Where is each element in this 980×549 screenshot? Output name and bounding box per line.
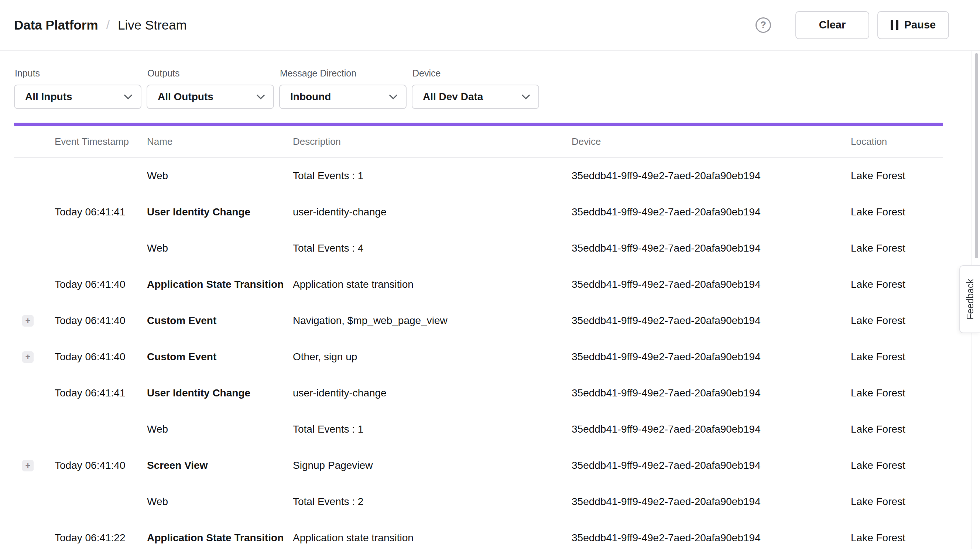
event-location: Lake Forest bbox=[851, 423, 943, 435]
filter-inputs: Inputs All Inputs bbox=[14, 68, 142, 109]
event-device: 35eddb41-9ff9-49e2-7aed-20afa90eb194 bbox=[572, 351, 851, 363]
event-timestamp: Today 06:41:41 bbox=[55, 387, 147, 399]
event-description: Total Events : 1 bbox=[293, 170, 572, 182]
event-name: Custom Event bbox=[147, 351, 293, 363]
event-device: 35eddb41-9ff9-49e2-7aed-20afa90eb194 bbox=[572, 315, 851, 327]
event-location: Lake Forest bbox=[851, 387, 943, 399]
column-location: Location bbox=[851, 136, 943, 147]
feedback-tab[interactable]: Feedback bbox=[959, 265, 980, 333]
column-event-timestamp: Event Timestamp bbox=[55, 136, 147, 147]
message-direction-select[interactable]: Inbound bbox=[279, 85, 407, 109]
app-header: Data Platform / Live Stream ? Clear Paus… bbox=[0, 0, 980, 51]
table-body: Web Total Events : 1 35eddb41-9ff9-49e2-… bbox=[14, 158, 943, 549]
table-row[interactable]: Web Total Events : 4 35eddb41-9ff9-49e2-… bbox=[14, 230, 943, 267]
feedback-tab-label: Feedback bbox=[965, 279, 975, 319]
scrollbar-thumb[interactable] bbox=[975, 53, 978, 258]
chevron-down-icon bbox=[522, 91, 530, 99]
inputs-select[interactable]: All Inputs bbox=[14, 85, 142, 109]
event-name: Web bbox=[147, 496, 293, 508]
table-row[interactable]: + Today 06:41:40 Custom Event Navigation… bbox=[14, 303, 943, 339]
event-device: 35eddb41-9ff9-49e2-7aed-20afa90eb194 bbox=[572, 460, 851, 471]
message-direction-filter-label: Message Direction bbox=[280, 68, 407, 79]
event-description: Application state transition bbox=[293, 279, 572, 290]
event-location: Lake Forest bbox=[851, 351, 943, 363]
event-description: user-identity-change bbox=[293, 387, 572, 399]
table-row[interactable]: Today 06:41:41 User Identity Change user… bbox=[14, 194, 943, 230]
event-location: Lake Forest bbox=[851, 243, 943, 254]
event-device: 35eddb41-9ff9-49e2-7aed-20afa90eb194 bbox=[572, 387, 851, 399]
device-select[interactable]: All Dev Data bbox=[412, 85, 539, 109]
event-name: Screen View bbox=[147, 460, 293, 471]
event-location: Lake Forest bbox=[851, 279, 943, 290]
event-device: 35eddb41-9ff9-49e2-7aed-20afa90eb194 bbox=[572, 423, 851, 435]
inputs-filter-label: Inputs bbox=[15, 68, 142, 79]
filter-message-direction: Message Direction Inbound bbox=[279, 68, 407, 109]
event-description: Application state transition bbox=[293, 532, 572, 544]
chevron-down-icon bbox=[389, 91, 398, 99]
event-timestamp: Today 06:41:40 bbox=[55, 279, 147, 290]
event-location: Lake Forest bbox=[851, 170, 943, 182]
event-location: Lake Forest bbox=[851, 460, 943, 471]
event-device: 35eddb41-9ff9-49e2-7aed-20afa90eb194 bbox=[572, 170, 851, 182]
event-location: Lake Forest bbox=[851, 532, 943, 544]
column-device: Device bbox=[572, 136, 851, 147]
event-name: Web bbox=[147, 243, 293, 254]
event-device: 35eddb41-9ff9-49e2-7aed-20afa90eb194 bbox=[572, 496, 851, 508]
event-device: 35eddb41-9ff9-49e2-7aed-20afa90eb194 bbox=[572, 243, 851, 254]
device-select-value: All Dev Data bbox=[423, 91, 483, 103]
live-stream-table: Event Timestamp Name Description Device … bbox=[14, 126, 943, 549]
event-description: user-identity-change bbox=[293, 206, 572, 218]
clear-button[interactable]: Clear bbox=[795, 11, 869, 39]
table-row[interactable]: Web Total Events : 1 35eddb41-9ff9-49e2-… bbox=[14, 158, 943, 194]
table-row[interactable]: Today 06:41:41 User Identity Change user… bbox=[14, 375, 943, 411]
event-device: 35eddb41-9ff9-49e2-7aed-20afa90eb194 bbox=[572, 532, 851, 544]
table-row[interactable]: + Today 06:41:40 Screen View Signup Page… bbox=[14, 447, 943, 484]
event-timestamp: Today 06:41:41 bbox=[55, 206, 147, 218]
breadcrumb-data-platform[interactable]: Data Platform bbox=[14, 18, 98, 32]
breadcrumb-separator: / bbox=[107, 18, 110, 32]
event-name: User Identity Change bbox=[147, 206, 293, 218]
table-row[interactable]: Web Total Events : 1 35eddb41-9ff9-49e2-… bbox=[14, 411, 943, 447]
chevron-down-icon bbox=[257, 91, 265, 99]
expand-plus-icon[interactable]: + bbox=[22, 351, 33, 363]
outputs-filter-label: Outputs bbox=[147, 68, 274, 79]
event-name: Web bbox=[147, 423, 293, 435]
event-timestamp: Today 06:41:22 bbox=[55, 532, 147, 544]
device-filter-label: Device bbox=[412, 68, 539, 79]
main-content: Inputs All Inputs Outputs All Outputs Me… bbox=[14, 51, 943, 549]
header-actions: ? Clear Pause bbox=[756, 11, 949, 39]
event-timestamp: Today 06:41:40 bbox=[55, 351, 147, 363]
pause-button-label: Pause bbox=[904, 19, 936, 31]
event-description: Other, sign up bbox=[293, 351, 572, 363]
chevron-down-icon bbox=[124, 91, 132, 99]
event-location: Lake Forest bbox=[851, 315, 943, 327]
outputs-select[interactable]: All Outputs bbox=[146, 85, 274, 109]
event-device: 35eddb41-9ff9-49e2-7aed-20afa90eb194 bbox=[572, 279, 851, 290]
expand-plus-icon[interactable]: + bbox=[22, 315, 33, 327]
event-name: Application State Transition bbox=[147, 279, 293, 290]
table-row[interactable]: Today 06:41:40 Application State Transit… bbox=[14, 267, 943, 303]
accent-bar bbox=[14, 123, 943, 126]
event-name: Web bbox=[147, 170, 293, 182]
event-device: 35eddb41-9ff9-49e2-7aed-20afa90eb194 bbox=[572, 206, 851, 218]
column-description: Description bbox=[293, 136, 572, 147]
event-description: Navigation, $mp_web_page_view bbox=[293, 315, 572, 327]
expand-plus-icon[interactable]: + bbox=[22, 460, 33, 471]
event-location: Lake Forest bbox=[851, 496, 943, 508]
table-row[interactable]: + Today 06:41:40 Custom Event Other, sig… bbox=[14, 339, 943, 375]
inputs-select-value: All Inputs bbox=[25, 91, 72, 103]
breadcrumb-live-stream: Live Stream bbox=[118, 18, 187, 32]
message-direction-select-value: Inbound bbox=[290, 91, 331, 103]
table-row[interactable]: Today 06:41:22 Application State Transit… bbox=[14, 520, 943, 549]
event-name: Application State Transition bbox=[147, 532, 293, 544]
filters-bar: Inputs All Inputs Outputs All Outputs Me… bbox=[14, 51, 943, 109]
event-name: User Identity Change bbox=[147, 387, 293, 399]
breadcrumb: Data Platform / Live Stream bbox=[14, 18, 187, 32]
help-icon[interactable]: ? bbox=[756, 18, 771, 33]
column-name: Name bbox=[147, 136, 293, 147]
filter-device: Device All Dev Data bbox=[412, 68, 539, 109]
event-description: Total Events : 1 bbox=[293, 423, 572, 435]
pause-button[interactable]: Pause bbox=[877, 11, 949, 39]
table-header-row: Event Timestamp Name Description Device … bbox=[14, 126, 943, 158]
table-row[interactable]: Web Total Events : 2 35eddb41-9ff9-49e2-… bbox=[14, 484, 943, 520]
